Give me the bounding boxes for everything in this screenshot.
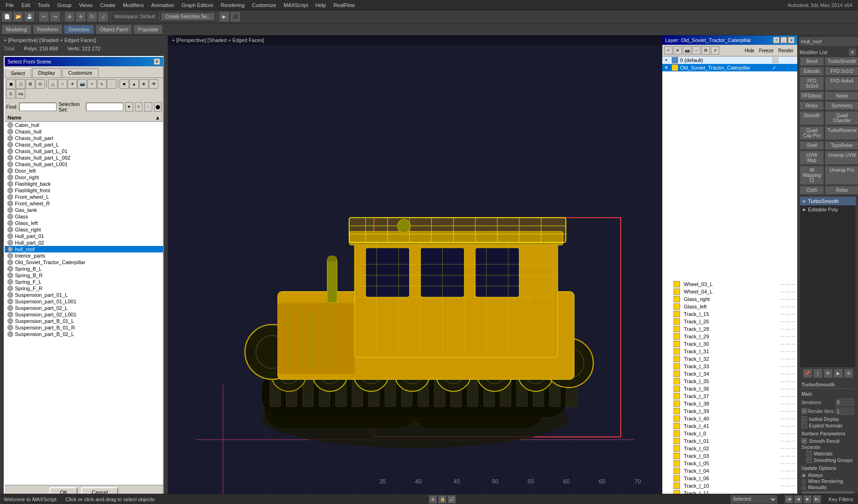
config-btn[interactable]: ⚙ — [844, 369, 853, 378]
scene-list-item[interactable]: Spring_B_R — [5, 272, 163, 279]
scene-list-item[interactable]: Suspension_part_01_L001 — [5, 298, 163, 305]
modifier-grid-btn[interactable]: FFD 4x4x4 — [825, 77, 858, 91]
toolbar-render[interactable]: ▶ — [219, 12, 229, 22]
scene-list-item[interactable]: Suspension_part_01_L — [5, 292, 163, 298]
layer-sub-list[interactable]: Wheel_03_L— — —Wheel_04_L— — —Glass_righ… — [662, 280, 797, 504]
modifier-list-dropdown[interactable]: ▼ — [849, 49, 856, 56]
selected-dropdown[interactable]: Selected — [730, 495, 777, 504]
layer-list[interactable]: ▼ 0 (default) ▼ Old_Soviet_Tractor_Cater… — [662, 56, 797, 280]
layer-sub-item[interactable]: Wheel_04_L— — — — [662, 288, 797, 295]
scene-list-item[interactable]: Hull_part_02 — [5, 239, 163, 246]
tab-populate[interactable]: Populate — [134, 25, 162, 34]
scene-list-item[interactable]: Glass_right — [5, 226, 163, 233]
modifier-grid-btn[interactable]: Relax — [825, 186, 858, 195]
manually-radio[interactable] — [801, 485, 806, 490]
tool-helper[interactable]: + — [87, 79, 97, 89]
nav-play[interactable]: ▶ — [803, 495, 812, 504]
scene-list-item[interactable]: Door_left — [5, 168, 163, 174]
render-iters-checkbox[interactable] — [801, 408, 807, 414]
layer-sub-item[interactable]: Track_l_38— — — — [662, 400, 797, 407]
toolbar-undo[interactable]: ↩ — [39, 12, 49, 22]
tab-object-paint[interactable]: Object Paint — [96, 25, 132, 34]
tool-case[interactable]: Aa — [16, 89, 25, 98]
scene-list-item[interactable]: Suspension_part_02_L001 — [5, 311, 163, 318]
layer-sub-item[interactable]: Track_l_06— — — — [662, 475, 797, 482]
dialog-tab-select[interactable]: Select — [5, 68, 31, 77]
tool-bone[interactable]: ■ — [120, 79, 129, 89]
scene-list-item[interactable]: Suspension_part_B_01_R — [5, 324, 163, 331]
dialog-list[interactable]: Cabin_hullChasis_hullChasis_hull_partCha… — [5, 122, 163, 485]
toolbar-scale[interactable]: ⤢ — [98, 12, 108, 22]
layer-close-btn[interactable]: ✕ — [788, 37, 794, 43]
layer-item-default[interactable]: ▼ 0 (default) — [662, 56, 797, 64]
layer-sub-item[interactable]: Track_l_31— — — — [662, 348, 797, 355]
tool-shape[interactable]: ○ — [58, 79, 67, 89]
tool-frozen[interactable]: ❄ — [139, 79, 149, 89]
scene-list-item[interactable]: Door_right — [5, 174, 163, 181]
menu-graph-editors[interactable]: Graph Editors — [178, 1, 217, 9]
tool-light[interactable]: ☀ — [68, 79, 77, 89]
scene-list-item[interactable]: Spring_F_L — [5, 279, 163, 285]
toolbar-save[interactable]: 💾 — [24, 12, 35, 22]
modifier-grid-btn[interactable]: TurboSmooth — [825, 57, 858, 66]
layer-sub-item[interactable]: Track_l_41— — — — [662, 422, 797, 430]
menu-tools[interactable]: Tools — [34, 1, 54, 9]
modifier-grid-btn[interactable]: UVW Map — [800, 151, 824, 165]
sel-set-del[interactable]: - — [144, 102, 152, 112]
layer-sub-item[interactable]: Track_l_29— — — — [662, 333, 797, 340]
modifier-grid-btn[interactable]: Noise — [825, 91, 858, 100]
toolbar-render2[interactable]: ⬛ — [230, 12, 241, 22]
create-selection-set[interactable]: Create Selection Se... — [161, 13, 215, 21]
modifier-stack-item[interactable]: ▶TurboSmooth — [800, 197, 856, 205]
layer-sub-item[interactable]: Track_l_40— — — — [662, 415, 797, 422]
menu-file[interactable]: File — [2, 1, 18, 9]
scene-list-item[interactable]: Interior_parts — [5, 252, 163, 259]
tab-selection[interactable]: Selection — [64, 25, 93, 34]
layer-sub-item[interactable]: Glass_left— — — — [662, 303, 797, 310]
menu-views[interactable]: Views — [75, 1, 96, 9]
vp-icon1[interactable]: ⊕ — [429, 495, 437, 504]
nav-prev[interactable]: ◀ — [794, 495, 802, 504]
layer-del[interactable]: ✕ — [674, 46, 682, 55]
layer-sub-item[interactable]: Track_l_30— — — — [662, 340, 797, 348]
menu-rendering[interactable]: Rendering — [217, 1, 248, 9]
nav-next[interactable]: ▶| — [813, 495, 821, 504]
scene-list-item[interactable]: Hull_part_01 — [5, 233, 163, 239]
layer-sub-item[interactable]: Track_l_0— — — — [662, 430, 797, 437]
layer-sub-item[interactable]: Track_l_10— — — — [662, 482, 797, 490]
scene-list-item[interactable]: Flashlight_back — [5, 181, 163, 187]
scene-list-item[interactable]: Glass_left — [5, 220, 163, 226]
layer-min-btn[interactable]: _ — [780, 37, 787, 43]
layer-sub-item[interactable]: Track_l_01— — — — [662, 437, 797, 445]
toolbar-select[interactable]: ⊕ — [64, 12, 75, 22]
always-radio[interactable] — [801, 473, 806, 478]
menu-help[interactable]: Help — [312, 1, 330, 9]
menu-group[interactable]: Group — [53, 1, 75, 9]
scene-list-item[interactable]: Chasis_hull_part_L001 — [5, 161, 163, 168]
pin-btn[interactable]: 📌 — [803, 369, 812, 378]
tool-select-none[interactable]: ◻ — [16, 79, 25, 89]
layer-sub-item[interactable]: Track_l_34— — — — [662, 370, 797, 378]
toolbar-redo[interactable]: ↪ — [50, 12, 60, 22]
active-btn[interactable]: | — [813, 369, 823, 378]
tool-camera[interactable]: 📷 — [78, 79, 87, 89]
modifier-grid-btn[interactable]: Symmetry — [825, 101, 858, 110]
nav-first[interactable]: |◀ — [785, 495, 793, 504]
layer-move-to[interactable]: → — [692, 46, 701, 55]
scene-list-item[interactable]: Suspension_part_B_02_L — [5, 331, 163, 337]
tool-sub[interactable]: S — [6, 89, 15, 98]
modifier-grid-btn[interactable]: TopoRelax — [825, 141, 858, 150]
sel-set-add[interactable]: + — [135, 102, 142, 112]
modifier-grid-btn[interactable]: Extrude — [800, 67, 824, 76]
dialog-tab-display[interactable]: Display — [32, 68, 61, 77]
show-btn[interactable]: 👁 — [823, 369, 833, 378]
scene-list-item[interactable]: Front_wheel_L — [5, 194, 163, 200]
layer-sub-item[interactable]: Glass_right— — — — [662, 295, 797, 303]
menu-maxscript[interactable]: MAXScript — [280, 1, 312, 9]
object-name-input[interactable] — [800, 37, 858, 46]
layer-sub-item[interactable]: Track_l_15— — — — [662, 310, 797, 318]
tool-hidden[interactable]: 👁 — [149, 79, 158, 89]
tab-freeform[interactable]: Freeform — [33, 25, 63, 34]
scene-list-item[interactable]: Flashlight_front — [5, 187, 163, 194]
menu-create[interactable]: Create — [96, 1, 119, 9]
